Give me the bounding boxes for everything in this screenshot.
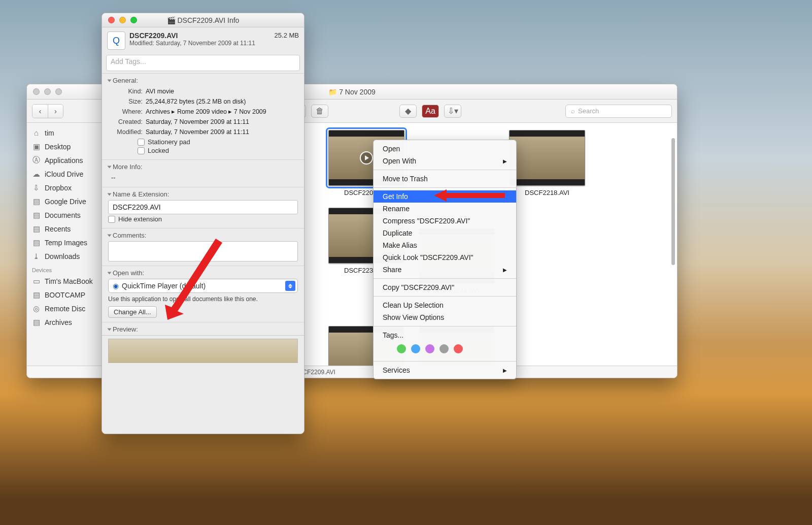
svg-marker-0 [434,189,505,202]
name-extension-field[interactable]: DSCF2209.AVI [108,200,298,214]
cm-separator [374,326,516,326]
tool-button-2[interactable]: Aa [422,105,439,118]
cm-open[interactable]: Open [374,143,516,155]
moreinfo-value: -- [111,173,298,183]
sidebar-item[interactable]: ▤Google Drive [27,194,101,208]
recents-icon: ▤ [32,224,41,233]
preview-thumbnail [108,339,298,363]
section-header[interactable]: General: [108,77,298,84]
section-moreinfo: More Info: -- [102,159,304,187]
info-titlebar[interactable]: 🎬 DSCF2209.AVI Info [102,13,304,27]
cm-separator [374,278,516,279]
sidebar-item-label: Tim's MacBook [45,277,93,285]
cm-copy[interactable]: Copy "DSCF2209.AVI" [374,281,516,293]
section-header[interactable]: More Info: [108,163,298,171]
tag-purple[interactable] [425,344,434,353]
sidebar-item[interactable]: ▤Temp Images [27,236,101,249]
zoom-dot[interactable] [130,17,137,23]
section-preview: Preview: [102,322,304,333]
scrollbar-thumb[interactable] [671,138,675,265]
tag-orange[interactable] [383,344,392,353]
folder-icon: ▤ [32,238,41,247]
change-all-button[interactable]: Change All... [108,306,157,318]
cm-alias[interactable]: Make Alias [374,239,516,251]
cm-quicklook[interactable]: Quick Look "DSCF2209.AVI" [374,251,516,264]
sidebar-item-label: Google Drive [45,198,86,206]
disclosure-icon [108,193,112,195]
svg-marker-1 [165,239,222,320]
dropbox-button[interactable]: ⇩▾ [444,105,461,118]
cm-trash[interactable]: Move to Trash [374,173,516,185]
section-header[interactable]: Preview: [108,325,298,333]
sidebar-item[interactable]: ▣Desktop [27,140,101,153]
disc-icon: ◎ [32,304,41,313]
trash-button[interactable]: 🗑 [311,105,328,118]
sidebar-item[interactable]: ⌂tim [27,126,101,140]
checkbox-icon [108,216,115,223]
sidebar-item-label: Dropbox [45,184,72,192]
cm-cleanup[interactable]: Clean Up Selection [374,299,516,311]
sidebar-item[interactable]: ⇩Dropbox [27,181,101,194]
search-field[interactable]: ⌕ Search [565,105,672,118]
cm-compress[interactable]: Compress "DSCF2209.AVI" [374,215,516,227]
minimize-dot[interactable] [44,88,51,95]
minimize-dot[interactable] [119,17,126,23]
cm-services[interactable]: Services [374,364,516,376]
sidebar-item-label: Desktop [45,143,71,151]
tags-input[interactable]: Add Tags... [106,55,300,71]
sidebar-item[interactable]: ☁iCloud Drive [27,167,101,181]
home-icon: ⌂ [32,128,41,137]
sidebar-item[interactable]: ▭Tim's MacBook [27,274,101,288]
cm-duplicate[interactable]: Duplicate [374,227,516,239]
close-dot[interactable] [108,17,115,23]
forward-button[interactable]: › [48,105,63,118]
cm-viewopts[interactable]: Show View Options [374,311,516,323]
zoom-dot[interactable] [55,88,62,95]
sidebar-item-label: BOOTCAMP [45,291,85,299]
sidebar-item[interactable]: ▤BOOTCAMP [27,288,101,302]
disk-icon: ▤ [32,318,41,326]
cm-separator [374,361,516,362]
sidebar-item[interactable]: ⤓Downloads [27,249,101,263]
cm-openwith[interactable]: Open With [374,155,516,167]
sidebar-item-label: iCloud Drive [45,170,83,178]
locked-checkbox[interactable]: Locked [138,147,298,154]
laptop-icon: ▭ [32,277,41,285]
section-header[interactable]: Name & Extension: [108,190,298,198]
tool-button-1[interactable]: ◆ [399,105,417,118]
sidebar-item[interactable]: ⒶApplications [27,153,101,167]
cm-tags-label[interactable]: Tags... [374,329,516,341]
get-info-window: 🎬 DSCF2209.AVI Info Q DSCF2209.AVI Modif… [101,13,304,434]
dropbox-icon: ⇩ [32,183,41,192]
section-nameext: Name & Extension: DSCF2209.AVI Hide exte… [102,187,304,228]
file-item[interactable]: DSCF2218.AVI [509,130,585,196]
annotation-arrow-getinfo [434,188,505,203]
tag-grey[interactable] [439,344,449,353]
tag-green[interactable] [397,344,406,353]
sidebar-item-label: Remote Disc [45,305,85,313]
disclosure-icon [108,328,112,331]
sidebar-item[interactable]: ▤Archives [27,315,101,329]
search-placeholder: Search [578,107,599,115]
sidebar-item-label: Downloads [45,252,80,260]
disk-icon: ▤ [32,290,41,299]
cm-separator [374,170,516,170]
cm-rename[interactable]: Rename [374,203,516,215]
kind-value: AVI movie [146,88,174,95]
tag-red[interactable] [454,344,463,353]
sidebar-item[interactable]: ▤Recents [27,222,101,236]
info-traffic-lights [102,17,137,23]
sidebar-item-label: Applications [45,156,83,165]
sidebar-item[interactable]: ▤Documents [27,208,101,222]
apps-icon: Ⓐ [32,156,41,165]
info-header: Q DSCF2209.AVI Modified: Saturday, 7 Nov… [102,27,304,53]
desktop-icon: ▣ [32,142,41,151]
back-button[interactable]: ‹ [32,105,48,118]
sidebar-item[interactable]: ◎Remote Disc [27,302,101,315]
close-dot[interactable] [33,88,40,95]
cm-share[interactable]: Share [374,264,516,276]
stationery-checkbox[interactable]: Stationery pad [138,138,298,146]
file-thumbnail[interactable] [509,130,585,186]
tag-blue[interactable] [411,344,420,353]
hide-extension-checkbox[interactable]: Hide extension [108,215,298,223]
